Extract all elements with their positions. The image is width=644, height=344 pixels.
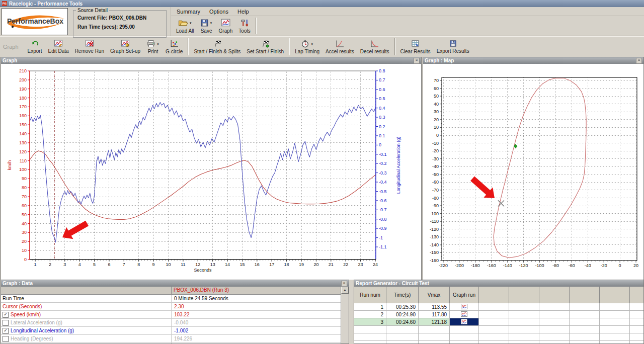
- empty-cell[interactable]: [539, 341, 570, 343]
- time-cell[interactable]: 00:24.60: [386, 318, 419, 326]
- run-num-cell[interactable]: 2: [354, 311, 386, 318]
- vmax-cell[interactable]: 117.80: [419, 311, 450, 318]
- empty-cell[interactable]: [509, 318, 539, 326]
- toolbar-button-start-finish-splits[interactable]: Start / Finish & Splits: [191, 39, 244, 55]
- empty-cell[interactable]: [509, 341, 539, 343]
- dropdown-arrow-icon[interactable]: ▼: [310, 43, 313, 46]
- empty-cell[interactable]: [570, 326, 600, 333]
- channel-checkbox[interactable]: ✓: [3, 312, 9, 318]
- empty-cell[interactable]: [386, 341, 419, 343]
- toolbar-button-decel-results[interactable]: Decel results: [357, 39, 392, 55]
- empty-cell[interactable]: [539, 333, 570, 341]
- toolbar-button-graph-set-up[interactable]: Graph Set-up: [107, 39, 143, 54]
- empty-cell[interactable]: [630, 333, 643, 341]
- empty-cell[interactable]: [570, 341, 600, 343]
- empty-cell[interactable]: [354, 326, 386, 333]
- time-cell[interactable]: 00:25.30: [386, 303, 419, 311]
- map-panel-close-icon[interactable]: ×: [636, 58, 642, 64]
- empty-cell[interactable]: [600, 341, 630, 343]
- empty-cell[interactable]: [600, 311, 630, 318]
- empty-cell[interactable]: [509, 333, 539, 341]
- graph-run-button[interactable]: [450, 318, 479, 326]
- empty-cell[interactable]: [479, 341, 509, 343]
- empty-cell[interactable]: [570, 318, 600, 326]
- toolbar-button-edit-data[interactable]: Edit Data: [45, 39, 71, 54]
- toolbar-button-accel-results[interactable]: Accel results: [323, 39, 357, 55]
- empty-cell[interactable]: [509, 303, 539, 311]
- empty-cell[interactable]: [450, 333, 479, 341]
- vmax-cell[interactable]: 121.18: [419, 318, 450, 326]
- empty-cell[interactable]: [630, 341, 643, 343]
- empty-cell[interactable]: [419, 326, 450, 333]
- empty-cell[interactable]: [570, 303, 600, 311]
- toolbar-button-tools[interactable]: Tools: [235, 18, 253, 34]
- channel-checkbox[interactable]: [3, 320, 9, 326]
- empty-cell[interactable]: [600, 326, 630, 333]
- toolbar-button-label: Load All: [176, 28, 194, 34]
- empty-cell[interactable]: [479, 333, 509, 341]
- empty-cell[interactable]: [630, 318, 643, 326]
- empty-cell[interactable]: [419, 341, 450, 343]
- toolbar-button-print[interactable]: ▼Print: [143, 39, 163, 55]
- toolbar-button-set-start-finish[interactable]: Set Start / Finish: [244, 39, 287, 55]
- toolbar-button-graph[interactable]: Graph: [216, 18, 236, 34]
- run-num-cell[interactable]: 3: [354, 318, 386, 326]
- menu-summary[interactable]: Summary: [172, 8, 205, 15]
- menu-help[interactable]: Help: [233, 8, 254, 15]
- empty-cell[interactable]: [539, 318, 570, 326]
- channel-checkbox[interactable]: ✓: [3, 328, 9, 334]
- toolbar-button-export[interactable]: Export: [25, 39, 45, 54]
- empty-cell[interactable]: [539, 303, 570, 311]
- menu-options[interactable]: Options: [205, 8, 233, 15]
- empty-cell[interactable]: [630, 326, 643, 333]
- empty-cell[interactable]: [419, 333, 450, 341]
- toolbar-button-clear-results[interactable]: Clear Results: [397, 39, 434, 55]
- empty-cell[interactable]: [354, 333, 386, 341]
- graph-run-button[interactable]: [450, 311, 479, 318]
- empty-cell[interactable]: [570, 333, 600, 341]
- toolbar-button-export-results[interactable]: Export Results: [434, 39, 472, 54]
- empty-cell[interactable]: [600, 318, 630, 326]
- empty-cell[interactable]: [630, 303, 643, 311]
- parameter-cell: Heading (Degrees): [1, 335, 172, 342]
- empty-cell[interactable]: [479, 311, 509, 318]
- scroll-up-icon[interactable]: ▲: [341, 287, 349, 294]
- empty-cell[interactable]: [450, 326, 479, 333]
- empty-cell[interactable]: [509, 311, 539, 318]
- empty-cell[interactable]: [479, 318, 509, 326]
- dropdown-arrow-icon[interactable]: ▼: [156, 43, 159, 46]
- map-chart[interactable]: -220-200-180-160-140-120-100-80-60-40-20…: [423, 64, 643, 279]
- toolbar-button-g-circle[interactable]: G-circle: [163, 39, 186, 55]
- empty-cell[interactable]: [630, 311, 643, 318]
- empty-cell[interactable]: [479, 303, 509, 311]
- time-cell[interactable]: 00:24.90: [386, 311, 419, 318]
- empty-cell[interactable]: [539, 326, 570, 333]
- channel-checkbox[interactable]: [3, 336, 9, 342]
- toolbar-button-lap-timing[interactable]: ▼Lap Timing: [292, 39, 323, 55]
- dropdown-arrow-icon[interactable]: ▼: [189, 22, 192, 25]
- data-row-heading-degrees: Heading (Degrees)194.226: [1, 335, 341, 343]
- empty-cell[interactable]: [509, 326, 539, 333]
- vmax-cell[interactable]: 113.55: [419, 303, 450, 311]
- toolbar-button-save[interactable]: ▼Save: [197, 18, 216, 34]
- toolbar-button-load-all[interactable]: ▼Load All: [173, 18, 197, 34]
- empty-cell[interactable]: [386, 333, 419, 341]
- empty-cell[interactable]: [600, 303, 630, 311]
- speed-chart[interactable]: 0102030405060708090100110120130140150160…: [1, 64, 421, 279]
- empty-cell[interactable]: [600, 333, 630, 341]
- title-bar[interactable]: PB Racelogic - Performance Tools: [0, 0, 644, 7]
- empty-cell[interactable]: [479, 326, 509, 333]
- empty-cell[interactable]: [354, 341, 386, 343]
- empty-cell[interactable]: [386, 326, 419, 333]
- empty-cell[interactable]: [539, 311, 570, 318]
- toolbar-button-remove-run[interactable]: Remove Run: [72, 39, 107, 54]
- data-panel-close-icon[interactable]: ×: [341, 281, 347, 287]
- run-num-cell[interactable]: 1: [354, 303, 386, 311]
- graph-run-button[interactable]: [450, 303, 479, 311]
- svg-text:0.7: 0.7: [379, 77, 385, 82]
- graph-panel-close-icon[interactable]: ×: [414, 58, 420, 64]
- empty-cell[interactable]: [570, 311, 600, 318]
- dropdown-arrow-icon[interactable]: ▼: [210, 22, 213, 25]
- data-panel-scrollbar[interactable]: ▲: [341, 287, 349, 343]
- empty-cell[interactable]: [450, 341, 479, 343]
